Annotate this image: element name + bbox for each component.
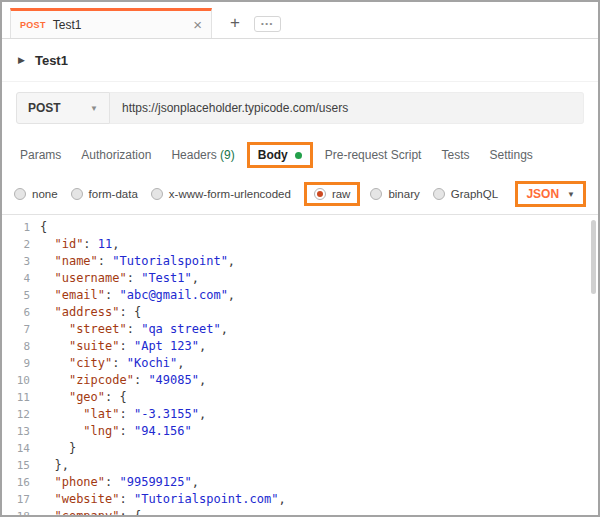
url-input[interactable]: https://jsonplaceholder.typicode.com/use… xyxy=(110,92,584,124)
body-type-form-data[interactable]: form-data xyxy=(71,188,138,200)
line-number: 16 xyxy=(2,474,30,491)
code-line[interactable]: "website": "Tutorialspoint.com", xyxy=(40,491,598,508)
tab-body[interactable]: Body xyxy=(247,142,313,168)
tab-label: Settings xyxy=(489,148,532,162)
tab-label: Pre-request Script xyxy=(325,148,422,162)
tab-params[interactable]: Params xyxy=(10,142,71,168)
radio-label: form-data xyxy=(89,188,138,200)
line-number: 5 xyxy=(2,287,30,304)
tab-pre-request-script[interactable]: Pre-request Script xyxy=(315,142,432,168)
line-number: 10 xyxy=(2,372,30,389)
tab-label: Tests xyxy=(441,148,469,162)
editor-code: { "id": 11, "name": "Tutorialspoint", "u… xyxy=(40,219,598,515)
radio-label: raw xyxy=(332,188,351,200)
line-number: 9 xyxy=(2,355,30,372)
radio-icon[interactable] xyxy=(151,188,163,200)
tab-strip: POST Test1 × + ••• xyxy=(2,2,598,39)
radio-label: binary xyxy=(388,188,419,200)
body-type-row: noneform-datax-www-form-urlencodedrawbin… xyxy=(2,174,598,215)
tab-title: Test1 xyxy=(53,18,82,32)
chevron-down-icon: ▼ xyxy=(567,190,575,199)
code-line[interactable]: "zipcode": "49085", xyxy=(40,372,598,389)
tab-method-label: POST xyxy=(20,20,46,30)
tab-authorization[interactable]: Authorization xyxy=(71,142,161,168)
method-value: POST xyxy=(28,101,61,115)
code-line[interactable]: "suite": "Apt 123", xyxy=(40,338,598,355)
more-tabs-button[interactable]: ••• xyxy=(254,16,281,32)
line-number: 18 xyxy=(2,508,30,515)
request-bar: POST ▼ https://jsonplaceholder.typicode.… xyxy=(16,92,584,124)
code-line[interactable]: "phone": "99599125", xyxy=(40,474,598,491)
body-type-raw[interactable]: raw xyxy=(304,182,361,206)
method-select[interactable]: POST ▼ xyxy=(16,92,110,124)
tab-label: Authorization xyxy=(81,148,151,162)
code-line[interactable]: } xyxy=(40,440,598,457)
tab-headers[interactable]: Headers (9) xyxy=(161,142,244,168)
tab-label: Body xyxy=(258,148,288,162)
editor-gutter: 123456789101112131415161718 xyxy=(2,219,40,515)
line-number: 12 xyxy=(2,406,30,423)
body-type-x-www-form-urlencoded[interactable]: x-www-form-urlencoded xyxy=(151,188,291,200)
line-number: 15 xyxy=(2,457,30,474)
radio-label: x-www-form-urlencoded xyxy=(169,188,291,200)
body-editor[interactable]: 123456789101112131415161718 { "id": 11, … xyxy=(2,215,598,515)
request-name: Test1 xyxy=(35,53,68,68)
tab-tests[interactable]: Tests xyxy=(431,142,479,168)
request-tab[interactable]: POST Test1 × xyxy=(10,8,212,38)
body-type-binary[interactable]: binary xyxy=(370,188,419,200)
body-type-radios: noneform-datax-www-form-urlencodedrawbin… xyxy=(14,182,511,206)
postman-app: POST Test1 × + ••• ▶ Test1 POST ▼ https:… xyxy=(0,0,600,517)
radio-icon[interactable] xyxy=(314,188,326,200)
expand-caret-icon[interactable]: ▶ xyxy=(18,55,25,65)
collection-breadcrumb: ▶ Test1 xyxy=(2,39,598,82)
body-type-none[interactable]: none xyxy=(14,188,58,200)
radio-icon[interactable] xyxy=(14,188,26,200)
code-line[interactable]: "email": "abc@gmail.com", xyxy=(40,287,598,304)
code-line[interactable]: "lng": "94.156" xyxy=(40,423,598,440)
line-number: 17 xyxy=(2,491,30,508)
code-line[interactable]: "lat": "-3.3155", xyxy=(40,406,598,423)
chevron-down-icon: ▼ xyxy=(90,104,98,113)
line-number: 2 xyxy=(2,236,30,253)
code-line[interactable]: }, xyxy=(40,457,598,474)
line-number: 3 xyxy=(2,253,30,270)
line-number: 11 xyxy=(2,389,30,406)
line-number: 4 xyxy=(2,270,30,287)
line-number: 8 xyxy=(2,338,30,355)
line-number: 14 xyxy=(2,440,30,457)
code-line[interactable]: "street": "qa street", xyxy=(40,321,598,338)
close-tab-icon[interactable]: × xyxy=(193,17,202,32)
code-line[interactable]: "company": { xyxy=(40,508,598,515)
code-line[interactable]: "address": { xyxy=(40,304,598,321)
body-content-dot xyxy=(295,152,302,159)
new-tab-button[interactable]: + xyxy=(230,14,240,31)
tab-label: Headers xyxy=(171,148,216,162)
code-line[interactable]: "id": 11, xyxy=(40,236,598,253)
body-type-graphql[interactable]: GraphQL xyxy=(433,188,498,200)
url-text: https://jsonplaceholder.typicode.com/use… xyxy=(122,101,348,115)
editor-scrollbar[interactable] xyxy=(591,220,596,294)
format-value: JSON xyxy=(526,187,559,201)
radio-icon[interactable] xyxy=(433,188,445,200)
radio-label: GraphQL xyxy=(451,188,498,200)
code-line[interactable]: { xyxy=(40,219,598,236)
line-number: 13 xyxy=(2,423,30,440)
code-line[interactable]: "name": "Tutorialspoint", xyxy=(40,253,598,270)
line-number: 1 xyxy=(2,219,30,236)
radio-label: none xyxy=(32,188,58,200)
radio-icon[interactable] xyxy=(370,188,382,200)
format-dropdown[interactable]: JSON ▼ xyxy=(515,181,586,207)
line-number: 7 xyxy=(2,321,30,338)
code-line[interactable]: "city": "Kochi", xyxy=(40,355,598,372)
request-tabs-row: ParamsAuthorizationHeaders (9)BodyPre-re… xyxy=(2,136,598,174)
radio-icon[interactable] xyxy=(71,188,83,200)
tab-settings[interactable]: Settings xyxy=(479,142,542,168)
headers-count-badge: (9) xyxy=(217,148,235,162)
line-number: 6 xyxy=(2,304,30,321)
tab-label: Params xyxy=(20,148,61,162)
code-line[interactable]: "geo": { xyxy=(40,389,598,406)
code-line[interactable]: "username": "Test1", xyxy=(40,270,598,287)
